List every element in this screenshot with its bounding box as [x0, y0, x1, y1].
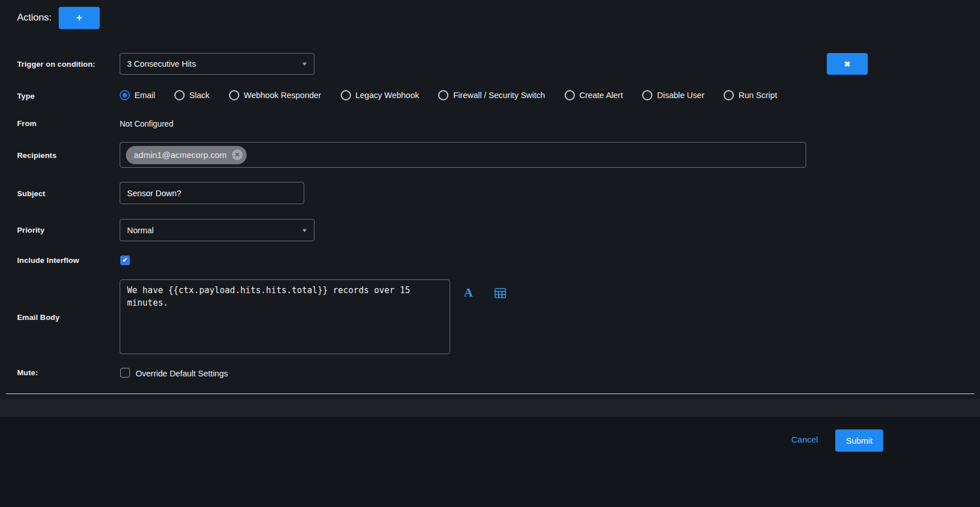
radio-type-legacy-webhook[interactable]: Legacy Webhook: [341, 90, 419, 100]
recipient-chip-text: admin1@acmecorp.com: [134, 150, 227, 160]
radio-label: Disable User: [657, 91, 704, 100]
close-icon: ✖: [844, 60, 851, 68]
actions-label: Actions:: [17, 12, 51, 23]
chevron-down-icon: ▼: [301, 61, 308, 67]
priority-label: Priority: [17, 226, 44, 234]
include-interflow-checkbox[interactable]: [120, 255, 130, 265]
email-body-textarea[interactable]: We have {{ctx.payload.hits.hits.total}} …: [120, 279, 450, 354]
radio-icon: [341, 90, 351, 100]
trigger-condition-select[interactable]: 3 Consecutive Hits ▼: [120, 53, 315, 75]
radio-label: Run Script: [738, 91, 777, 100]
radio-icon: [229, 90, 239, 100]
priority-select[interactable]: Normal ▼: [120, 219, 315, 241]
radio-type-create-alert[interactable]: Create Alert: [565, 90, 623, 100]
radio-label: Create Alert: [579, 91, 623, 100]
from-label: From: [17, 119, 36, 128]
radio-type-email[interactable]: Email: [120, 90, 155, 100]
radio-label: Webhook Responder: [244, 91, 321, 100]
radio-icon: [565, 90, 575, 100]
radio-label: Slack: [189, 91, 209, 100]
radio-type-run-script[interactable]: Run Script: [724, 90, 777, 100]
radio-label: Email: [134, 91, 155, 100]
from-value: Not Configured: [120, 119, 173, 128]
radio-icon: [438, 90, 448, 100]
add-action-button[interactable]: +: [59, 7, 100, 29]
radio-label: Legacy Webhook: [356, 91, 419, 100]
radio-icon: [642, 90, 652, 100]
email-body-label: Email Body: [17, 313, 60, 322]
chevron-down-icon: ▼: [301, 228, 308, 233]
radio-icon: [174, 90, 185, 100]
font-format-icon[interactable]: A: [464, 285, 473, 300]
divider: [6, 394, 974, 394]
type-label: Type: [17, 92, 35, 100]
mute-override-label: Override Default Settings: [136, 369, 228, 378]
mute-label: Mute:: [17, 368, 38, 377]
footer-bar: [0, 417, 980, 507]
recipients-label: Recipients: [17, 151, 56, 160]
priority-value: Normal: [127, 226, 297, 235]
radio-label: Firewall / Security Switch: [453, 91, 545, 100]
plus-icon: +: [76, 12, 83, 24]
type-radio-group: Email Slack Webhook Responder Legacy Web…: [120, 90, 777, 100]
radio-icon: [120, 90, 130, 100]
recipient-chip: admin1@acmecorp.com ✕: [126, 146, 247, 164]
recipients-input[interactable]: admin1@acmecorp.com ✕: [120, 142, 806, 168]
radio-type-firewall-security-switch[interactable]: Firewall / Security Switch: [438, 90, 545, 100]
remove-action-button[interactable]: ✖: [827, 53, 868, 75]
radio-type-slack[interactable]: Slack: [174, 90, 209, 100]
radio-type-disable-user[interactable]: Disable User: [642, 90, 704, 100]
trigger-condition-value: 3 Consecutive Hits: [127, 59, 297, 68]
cancel-button[interactable]: Cancel: [791, 435, 818, 444]
alert-action-form: Actions: + Trigger on condition: 3 Conse…: [0, 0, 980, 507]
trigger-condition-label: Trigger on condition:: [17, 60, 95, 68]
mute-override-checkbox[interactable]: [120, 368, 130, 378]
table-icon[interactable]: [495, 288, 506, 301]
subject-label: Subject: [17, 189, 45, 198]
subject-input[interactable]: [120, 182, 304, 204]
include-interflow-label: Include Interflow: [17, 256, 79, 265]
bottom-band: [0, 399, 980, 417]
remove-recipient-icon[interactable]: ✕: [232, 149, 243, 160]
radio-icon: [724, 90, 734, 100]
radio-type-webhook-responder[interactable]: Webhook Responder: [229, 90, 321, 100]
submit-button[interactable]: Submit: [835, 429, 883, 452]
